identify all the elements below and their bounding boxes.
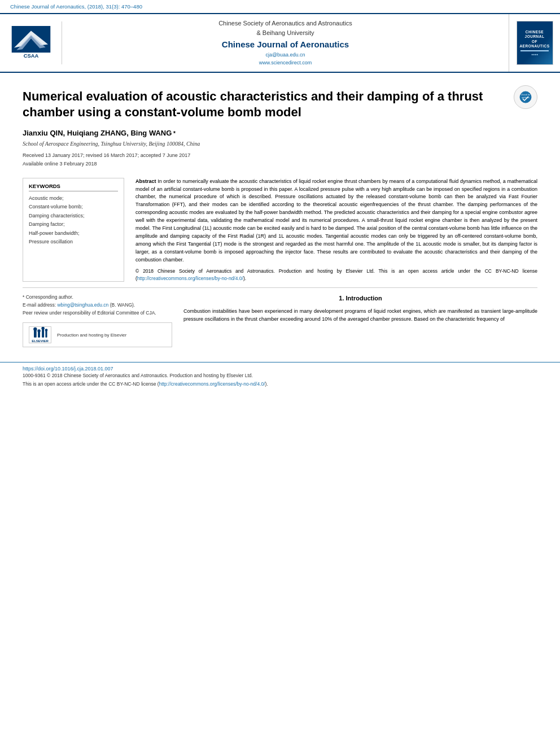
keyword-2: Constant-volume bomb; — [29, 203, 118, 211]
svg-text:updates: updates — [522, 96, 530, 99]
doi-link[interactable]: https://doi.org/10.1016/j.cja.2018.01.00… — [23, 366, 113, 372]
keyword-4: Damping factor; — [29, 221, 118, 229]
svg-point-11 — [37, 329, 41, 333]
header-links: cja@buaa.edu.cn www.sciencedirect.com — [259, 51, 312, 67]
svg-rect-0 — [11, 26, 50, 53]
keywords-title: KEYWORDS — [29, 183, 118, 191]
abstract-section: KEYWORDS Acoustic mode; Constant-volume … — [23, 178, 537, 282]
author-email[interactable]: wbing@tsinghua.edu.cn — [57, 302, 108, 308]
corresponding-author: * Corresponding author. E-mail address: … — [23, 294, 172, 317]
keyword-1: Acoustic mode; — [29, 195, 118, 203]
license-end: ). — [243, 276, 246, 281]
abstract-text: In order to numerically evaluate the aco… — [135, 178, 537, 263]
svg-point-15 — [45, 329, 48, 331]
affiliation: School of Aerospace Engineering, Tsinghu… — [23, 141, 537, 147]
intro-col: 1. Introduction Combustion instabilities… — [183, 294, 537, 347]
header-center: Chinese Society of Aeronautics and Astro… — [62, 14, 509, 72]
email-link[interactable]: cja@buaa.edu.cn — [265, 52, 305, 58]
journal-title: Chinese Journal of Aeronautics — [222, 40, 349, 49]
elsevier-logo-text: ELSEVIER — [32, 339, 49, 343]
intro-section-title: 1. Introduction — [183, 294, 537, 303]
org-name: Chinese Society of Aeronautics and Astro… — [218, 19, 352, 37]
keyword-3: Damping characteristics; — [29, 212, 118, 220]
corr-label: * Corresponding author. — [23, 294, 172, 302]
main-content: Check for updates Numerical evaluation o… — [0, 73, 560, 353]
license-line: © 2018 Chinese Society of Aeronautics an… — [135, 268, 537, 282]
paper-title: Numerical evaluation of acoustic charact… — [23, 89, 537, 121]
authors-text: Jianxiu QIN, Huiqiang ZHANG, Bing WANG — [23, 129, 172, 137]
license-url[interactable]: http://creativecommons.org/licenses/by-n… — [137, 276, 243, 281]
footer-text: 1000-9361 © 2018 Chinese Society of Aero… — [23, 372, 537, 388]
email-label: E-mail address: — [23, 302, 57, 308]
footer-oa-end: ). — [265, 381, 268, 387]
journal-cover-area: CHINESEJOURNALOFAERONAUTICS ●●●● — [509, 16, 560, 69]
abstract-label: Abstract — [135, 178, 156, 184]
footer-issn: 1000-9361 © 2018 Chinese Society of Aero… — [23, 373, 253, 378]
keywords-box: KEYWORDS Acoustic mode; Constant-volume … — [23, 178, 124, 282]
csaa-logo-area: CSAA — [0, 21, 62, 64]
peer-review-text: Peer review under responsibility of Edit… — [23, 309, 172, 317]
title-row: Check for updates Numerical evaluation o… — [23, 83, 537, 129]
section-divider — [23, 287, 537, 288]
check-for-updates: Check for updates — [514, 85, 537, 109]
date-online: Available online 3 February 2018 — [23, 160, 537, 168]
svg-rect-14 — [45, 330, 47, 338]
keyword-5: Half-power bandwidth; — [29, 230, 118, 238]
elsevier-logo-box: ELSEVIER Production and hosting by Elsev… — [23, 322, 172, 347]
journal-cover: CHINESEJOURNALOFAERONAUTICS ●●●● — [517, 21, 553, 65]
website-link[interactable]: www.sciencedirect.com — [259, 60, 312, 65]
keyword-6: Pressure oscillation — [29, 238, 118, 246]
corresponding-sup: * — [172, 130, 176, 137]
cover-title: CHINESEJOURNALOFAERONAUTICS — [519, 30, 549, 49]
journal-link[interactable]: Chinese Journal of Aeronautics, (2018), … — [0, 0, 560, 13]
date-received: Received 13 January 2017; revised 16 Mar… — [23, 151, 537, 160]
header-bar: CSAA Chinese Society of Aeronautics and … — [0, 13, 560, 73]
footer-oa-url[interactable]: http://creativecommons.org/licenses/by-n… — [159, 381, 265, 387]
check-badge: Check for updates — [514, 85, 537, 109]
svg-text:CSAA: CSAA — [23, 53, 38, 59]
footer-oa-text: This is an open access article under the… — [23, 381, 159, 387]
svg-rect-12 — [42, 329, 44, 338]
dates: Received 13 January 2017; revised 16 Mar… — [23, 151, 537, 169]
intro-text: Combustion instabilities have been exper… — [183, 308, 537, 324]
elsevier-logo: ELSEVIER — [29, 326, 51, 343]
authors-line: Jianxiu QIN, Huiqiang ZHANG, Bing WANG * — [23, 129, 537, 137]
abstract-col: Abstract In order to numerically evaluat… — [135, 178, 537, 282]
email-name: (B. WANG). — [110, 302, 135, 308]
footer-bar: https://doi.org/10.1016/j.cja.2018.01.00… — [0, 362, 560, 394]
footnote-col: * Corresponding author. E-mail address: … — [23, 294, 172, 347]
bottom-section: * Corresponding author. E-mail address: … — [23, 294, 537, 347]
svg-point-9 — [33, 327, 37, 331]
elsevier-production-text: Production and hosting by Elsevier — [57, 333, 126, 338]
email-line: E-mail address: wbing@tsinghua.edu.cn (B… — [23, 302, 172, 309]
